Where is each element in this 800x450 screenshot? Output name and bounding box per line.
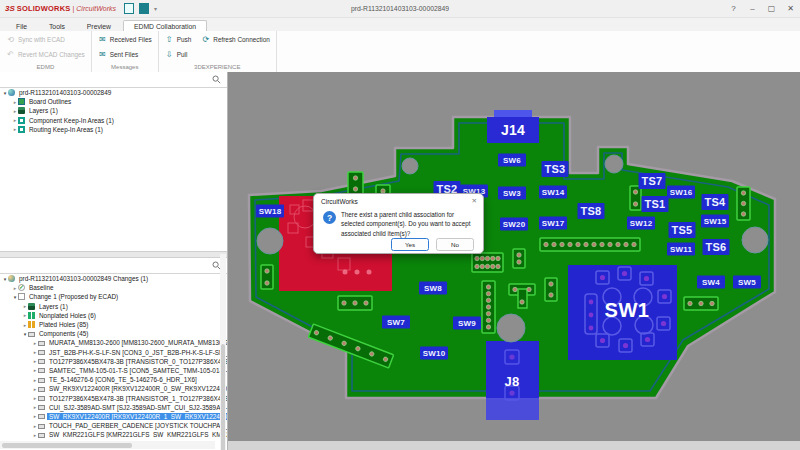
dialog-close-icon[interactable]: ✕ — [472, 197, 477, 205]
tree-item-label: SW_KMR221GLFS [KMR221GLFS_SW_KMR221GLFS_… — [47, 431, 227, 438]
tree-item-components-45[interactable]: ▾Components (45) — [0, 329, 227, 338]
tree-item-label: Component Keep-In Areas (1) — [27, 117, 116, 124]
changes-tree-horizontal-scrollbar[interactable] — [0, 441, 215, 449]
help-button[interactable]: ? — [724, 1, 743, 17]
tree-item-label: Components (45) — [37, 330, 90, 337]
layers-icon — [28, 303, 35, 310]
close-button[interactable]: ✕ — [781, 1, 800, 17]
tree-item-label: Baseline — [27, 284, 56, 291]
pcb-connector[interactable] — [482, 281, 495, 333]
panel-splitter[interactable] — [0, 251, 227, 258]
pcb-connector[interactable] — [684, 297, 718, 310]
new-document-icon[interactable] — [124, 3, 134, 14]
tree-item-component-keep-in-areas-1[interactable]: ▸Component Keep-In Areas (1) — [0, 116, 227, 125]
changes-tree-vertical-scrollbar[interactable] — [220, 254, 226, 450]
circuitworks-window: 3S SOLIDWORKS | CircuitWorks ▾ prd-R1132… — [0, 0, 800, 450]
yes-button[interactable]: Yes — [391, 238, 429, 251]
comp-icon — [38, 396, 45, 401]
tree-item-sw-kmr221glfs-kmr221glfs-sw-kmr221glfs-k[interactable]: ▸SW_KMR221GLFS [KMR221GLFS_SW_KMR221GLFS… — [0, 430, 227, 438]
save-icon[interactable] — [139, 3, 149, 14]
baseline-icon: ✓ — [18, 284, 25, 291]
quick-access-dropdown-icon[interactable]: ▾ — [154, 5, 157, 12]
tree-item-touch-pad-gerber-cadence-joystick-touchp[interactable]: ▸TOUCH_PAD_GERBER_CADENCE [JOYSTICK TOUC… — [0, 421, 227, 430]
tree-item-label: prd-R1132101403103-00002849 — [17, 89, 113, 96]
changes-search-input[interactable] — [0, 258, 227, 274]
globe2-icon — [8, 275, 15, 282]
tree-item-label: TE_5-146276-6 [CON6_TE_5-146276-6_HDR_1X… — [47, 376, 199, 383]
sw1-component[interactable] — [568, 265, 677, 360]
received-files-button[interactable]: ✉Received Files — [98, 33, 152, 46]
comp-icon — [38, 405, 45, 410]
tree-item-label: SW_RK9XV122400R [RK9XV122400R_0_SW_RK9XV… — [47, 385, 227, 392]
pull-button[interactable]: ⇩Pull — [165, 48, 188, 61]
tree-item-layers-1[interactable]: ▸Layers (1) — [0, 302, 227, 311]
pcb-connector[interactable] — [261, 265, 273, 289]
no-button[interactable]: No — [436, 238, 474, 251]
j14-connector[interactable] — [487, 110, 539, 143]
tree-item-jst-b2b-ph-k-s-lf-sn-con3-0-jst-b2b-ph-k[interactable]: ▸JST_B2B-PH-K-S-LF-SN [CON3_0_JST_B2B-PH… — [0, 348, 227, 357]
tree-item-label: Layers (1) — [37, 303, 70, 310]
tree-item-label: SAMTEC_TMM-105-01-T-S [CON5_SAMTEC_TMM-1… — [47, 367, 227, 374]
tree-item-te-5-146276-6-con6-te-5-146276-6-hdr-1x6[interactable]: ▸TE_5-146276-6 [CON6_TE_5-146276-6_HDR_1… — [0, 375, 227, 384]
tree-item-label: SW_RK9XV122400R [RK9XV122400R_1_SW_RK9XV… — [47, 413, 227, 420]
push-button[interactable]: ⇧Push — [165, 33, 192, 46]
minimize-button[interactable]: – — [743, 1, 762, 17]
ribbon-group-messages: ✉Received Files✉Sent FilesMessages — [92, 31, 159, 72]
pcb-connector[interactable] — [348, 172, 363, 195]
refresh-connection-button[interactable]: ⟳Refresh Connection — [201, 33, 269, 46]
changes-tree: ▾prd-R1132101403103-00002849 Changes (1)… — [0, 274, 227, 438]
solidworks-logo: 3S SOLIDWORKS | CircuitWorks — [5, 4, 116, 13]
tree-item-routing-keep-in-areas-1[interactable]: ▸Routing Keep-In Areas (1) — [0, 125, 227, 134]
maximize-button[interactable]: ▢ — [762, 1, 781, 17]
pcb-connector[interactable] — [513, 249, 525, 268]
explorer-search-input[interactable] — [0, 72, 227, 88]
tree-item-to127p386x45bx478-3b-transistor-0-to127p[interactable]: ▸TO127P386X45BX478-3B [TRANSISTOR_0_TO12… — [0, 357, 227, 366]
tree-item-layers-1[interactable]: ▸Layers (1) — [0, 106, 227, 115]
sync-icon: ⟲ — [6, 35, 15, 44]
revert-icon: ↶ — [6, 50, 15, 59]
tree-item-label: TO127P386X45BX478-3B [TRANSISTOR_1_TO127… — [47, 395, 227, 402]
circuitworks-dialog: CircuitWorks ✕ ? There exist a parent ch… — [313, 193, 484, 254]
tree-item-to127p386x45bx478-3b-transistor-1-to127p[interactable]: ▸TO127P386X45BX478-3B [TRANSISTOR_1_TO12… — [0, 393, 227, 402]
tree-item-plated-holes-85[interactable]: ▸Plated Holes (85) — [0, 320, 227, 329]
tree-item-board-outlines[interactable]: ▸Board Outlines — [0, 97, 227, 106]
tree-item-samtec-tmm-105-01-t-s-con5-samtec-tmm-10[interactable]: ▸SAMTEC_TMM-105-01-T-S [CON5_SAMTEC_TMM-… — [0, 366, 227, 375]
tree-item-label: Board Outlines — [27, 98, 73, 105]
ribbon-group-label: Messages — [98, 62, 152, 72]
ribbon-group-3dexperience: ⇧Push⟳Refresh Connection⇩Pull3DEXPERIENC… — [159, 31, 277, 72]
pcb-connector[interactable] — [545, 278, 557, 301]
board-icon — [18, 98, 25, 105]
received-icon: ✉ — [98, 35, 107, 44]
tree-item-prd-r1132101403103-00002849[interactable]: ▾prd-R1132101403103-00002849 — [0, 88, 227, 97]
push-icon: ⇧ — [165, 35, 174, 44]
tree-item-sw-rk9xv122400r-rk9xv122400r-0-sw-rk9xv1[interactable]: ▸SW_RK9XV122400R [RK9XV122400R_0_SW_RK9X… — [0, 384, 227, 393]
pcb-viewport[interactable]: SW18TS2SW13J14SW6TS3SW3SW14SW20SW17TS8TS… — [228, 72, 800, 450]
tree-item-murata-mm8130-2600-mm8130-2600-murata-mm[interactable]: ▸MURATA_MM8130-2600 [MM8130-2600_MURATA_… — [0, 338, 227, 347]
keepin-icon — [18, 117, 25, 124]
tree-item-prd-r1132101403103-00002849-changes-1[interactable]: ▾prd-R1132101403103-00002849 Changes (1) — [0, 274, 227, 283]
pcb-connector[interactable] — [338, 296, 372, 310]
pcb-connector[interactable] — [540, 238, 640, 251]
dialog-title: CircuitWorks — [321, 198, 358, 205]
tree-item-baseline[interactable]: ▸✓Baseline — [0, 283, 227, 292]
sent-files-button[interactable]: ✉Sent Files — [98, 48, 138, 61]
np-icon — [28, 312, 35, 319]
layers-icon — [18, 107, 25, 114]
pcb-connector[interactable] — [737, 187, 750, 220]
title-bar: 3S SOLIDWORKS | CircuitWorks ▾ prd-R1132… — [0, 0, 800, 18]
pcb-connector[interactable] — [630, 186, 641, 210]
comp-icon — [38, 350, 45, 355]
tree-item-cui-sj2-3589ad-smt-sj2-3589ad-smt-cui-sj[interactable]: ▸CUI_SJ2-3589AD-SMT [SJ2-3589AD-SMT_CUI_… — [0, 403, 227, 412]
tree-item-change-1-proposed-by-ecad[interactable]: ▾Change 1 (Proposed by ECAD) — [0, 292, 227, 301]
tree-item-label: prd-R1132101403103-00002849 Changes (1) — [17, 275, 150, 282]
tree-item-nonplated-holes-6[interactable]: ▸Nonplated Holes (6) — [0, 311, 227, 320]
globe-icon — [8, 89, 15, 96]
ds-logo-icon: 3S — [5, 4, 15, 13]
tree-item-label: MURATA_MM8130-2600 [MM8130-2600_MURATA_M… — [47, 339, 227, 346]
tree-item-sw-rk9xv122400r-rk9xv122400r-1-sw-rk9xv1[interactable]: ▸SW_RK9XV122400R [RK9XV122400R_1_SW_RK9X… — [0, 412, 227, 421]
question-icon: ? — [323, 211, 336, 224]
tree-item-label: Layers (1) — [27, 107, 60, 114]
j8-connector[interactable] — [486, 341, 539, 420]
revert-mcad-changes-button: ↶Revert MCAD Changes — [6, 48, 85, 61]
explorer-tree: ▾prd-R1132101403103-00002849▸Board Outli… — [0, 88, 227, 251]
